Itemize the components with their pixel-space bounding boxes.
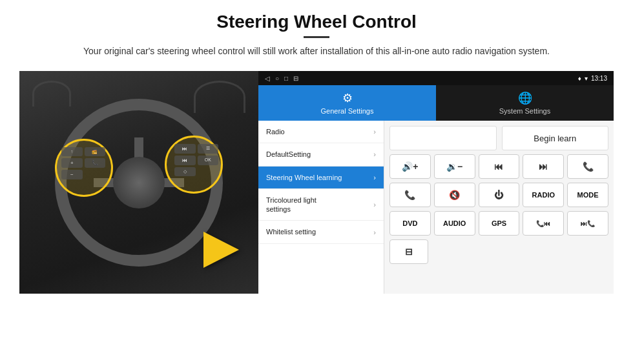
android-panel: ◁ ○ □ ⊟ ♦ ▾ 13:13 ⚙ General Settings (258, 71, 614, 294)
clock: 13:13 (591, 75, 607, 82)
menu-item-radio[interactable]: Radio › (258, 121, 384, 143)
right-panel: Begin learn 🔊+ 🔉− ⏮ (384, 121, 614, 294)
menu-radio-label: Radio (266, 127, 285, 136)
chevron-icon: › (373, 174, 376, 181)
next-phone-button[interactable]: ⏭📞 (567, 211, 608, 236)
tab-general-label: General Settings (321, 107, 374, 115)
subtitle: Your original car's steering wheel contr… (83, 45, 550, 58)
chevron-icon: › (373, 201, 376, 208)
answer-call-button[interactable]: 📞 (389, 183, 431, 207)
vol-up-icon: 🔊+ (402, 161, 418, 172)
signal-icon: ▾ (585, 75, 588, 82)
menu-whitelist-label: Whitelist setting (266, 227, 316, 236)
menu-tricolour-label: Tricoloured lightsettings (266, 196, 316, 214)
left-button-group: ↑ 📻 + 📞 − (61, 147, 105, 179)
prev-track-button[interactable]: ⏮ (479, 154, 520, 179)
answer-icon: 📞 (404, 190, 415, 200)
btn-next: ⏭ (174, 144, 196, 154)
next-track-icon: ⏭ (539, 161, 548, 172)
power-icon: ⏻ (494, 190, 503, 200)
general-settings-icon: ⚙ (342, 91, 353, 105)
dvd-label: DVD (402, 219, 417, 227)
menu-item-whitelist[interactable]: Whitelist setting › (258, 221, 384, 243)
btn-source: 📻 (85, 147, 106, 156)
arrow-indicator (203, 232, 239, 268)
content-row: ↑ 📻 + 📞 − ⏭ ☰ ⏮ OK ◇ (19, 71, 614, 294)
mode-button[interactable]: MODE (567, 183, 608, 207)
begin-learn-row: Begin learn (389, 126, 608, 150)
blank-display-box (389, 126, 497, 150)
status-bar: ◁ ○ □ ⊟ ♦ ▾ 13:13 (258, 71, 614, 85)
vol-down-icon: 🔉− (446, 161, 462, 172)
steering-wheel-hub (113, 157, 165, 208)
location-icon: ♦ (578, 75, 581, 82)
right-button-group: ⏭ ☰ ⏮ OK ◇ (174, 144, 218, 176)
btn-ok: OK (198, 156, 219, 165)
gps-button[interactable]: GPS (479, 211, 520, 236)
btn-menu: ☰ (198, 144, 219, 154)
control-row-1: 🔊+ 🔉− ⏮ ⏭ 📞 (389, 154, 608, 179)
menu-item-tricolour[interactable]: Tricoloured lightsettings › (258, 189, 384, 221)
audio-label: AUDIO (443, 219, 466, 227)
menu-item-steering[interactable]: Steering Wheel learning › (258, 167, 384, 189)
power-button[interactable]: ⏻ (479, 183, 520, 207)
system-settings-icon: 🌐 (518, 91, 532, 105)
back-icon[interactable]: ◁ (265, 75, 270, 82)
gps-label: GPS (492, 219, 506, 227)
phone-prev-icon: 📞⏮ (536, 220, 550, 227)
title-section: Steering Wheel Control Your original car… (83, 12, 550, 66)
btn-phone: 📞 (85, 158, 106, 168)
chevron-icon: › (373, 228, 376, 236)
status-right-icons: ♦ ▾ 13:13 (578, 75, 607, 82)
chevron-icon: › (373, 128, 376, 136)
btn-mode: ↑ (61, 147, 83, 156)
menu-steering-label: Steering Wheel learning (266, 173, 342, 182)
page-title: Steering Wheel Control (83, 12, 550, 32)
next-track-button[interactable]: ⏭ (523, 154, 564, 179)
chevron-icon: › (373, 150, 376, 158)
big-arrow-icon (203, 232, 239, 268)
radio-button[interactable]: RADIO (523, 183, 564, 207)
btn-vol-down: − (61, 170, 83, 179)
btn-prev: ⏮ (174, 156, 196, 165)
title-divider (304, 36, 329, 38)
menu-icon[interactable]: ⊟ (293, 75, 298, 82)
tab-bar: ⚙ General Settings 🌐 System Settings (258, 85, 614, 121)
steering-wheel-image: ↑ 📻 + 📞 − ⏭ ☰ ⏮ OK ◇ (19, 71, 258, 294)
mute-button[interactable]: 🔇 (434, 183, 475, 207)
menu-grid-icon: ⊟ (405, 247, 413, 257)
main-content: Radio › DefaultSetting › Steering Wheel … (258, 121, 614, 294)
phone-button-1[interactable]: 📞 (567, 154, 608, 179)
btn-vol-up: + (61, 158, 83, 168)
mode-label: MODE (577, 191, 599, 199)
next-phone-icon: ⏭📞 (581, 220, 595, 227)
home-icon[interactable]: ○ (275, 75, 279, 82)
radio-label: RADIO (532, 191, 555, 199)
status-nav-icons: ◁ ○ □ ⊟ (265, 75, 298, 82)
menu-grid-button[interactable]: ⊟ (389, 239, 428, 264)
tab-general-settings[interactable]: ⚙ General Settings (258, 85, 436, 121)
control-row-3: DVD AUDIO GPS 📞⏮ ⏭📞 (389, 211, 608, 236)
tab-system-settings[interactable]: 🌐 System Settings (436, 85, 614, 121)
page-container: Steering Wheel Control Your original car… (0, 0, 633, 364)
begin-learn-button[interactable]: Begin learn (502, 126, 609, 150)
menu-list: Radio › DefaultSetting › Steering Wheel … (258, 121, 384, 294)
menu-default-label: DefaultSetting (266, 150, 311, 159)
recent-icon[interactable]: □ (284, 75, 288, 82)
audio-button[interactable]: AUDIO (434, 211, 475, 236)
dvd-button[interactable]: DVD (389, 211, 431, 236)
tab-system-label: System Settings (499, 107, 550, 115)
vol-up-button[interactable]: 🔊+ (389, 154, 431, 179)
control-row-4: ⊟ (389, 239, 608, 264)
menu-item-default[interactable]: DefaultSetting › (258, 143, 384, 166)
phone-prev-button[interactable]: 📞⏮ (523, 211, 564, 236)
control-row-2: 📞 🔇 ⏻ RADIO MODE (389, 183, 608, 207)
phone-icon-1: 📞 (583, 161, 594, 172)
vol-down-button[interactable]: 🔉− (434, 154, 475, 179)
prev-track-icon: ⏮ (494, 161, 503, 172)
btn-diamond: ◇ (174, 167, 196, 176)
mute-icon: 🔇 (449, 190, 460, 200)
